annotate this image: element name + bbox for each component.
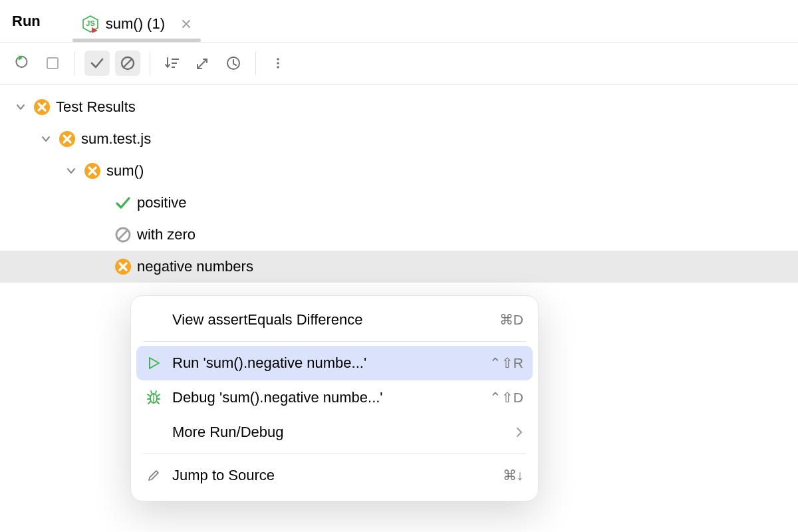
tree-test-label: negative numbers (137, 258, 253, 275)
tree-test-label: positive (137, 194, 187, 211)
chevron-down-icon[interactable] (40, 133, 52, 145)
tool-window-title: Run (12, 13, 41, 42)
submenu-chevron-icon (515, 427, 523, 438)
tree-test-failed[interactable]: negative numbers (0, 251, 798, 283)
menu-separator (143, 454, 526, 454)
rerun-button[interactable] (9, 51, 35, 76)
sort-button[interactable] (160, 51, 185, 76)
stop-button[interactable] (40, 51, 65, 76)
status-ignored-icon (114, 226, 132, 243)
menu-separator (143, 341, 526, 342)
status-passed-icon (114, 194, 132, 211)
show-passed-toggle[interactable] (84, 51, 110, 76)
toolbar-separator (255, 51, 256, 75)
status-failed-icon (114, 258, 132, 275)
test-toolbar (0, 43, 798, 84)
chevron-down-icon[interactable] (15, 101, 27, 113)
svg-text:JS: JS (86, 19, 94, 27)
import-results-button[interactable] (190, 51, 215, 76)
bug-icon (144, 390, 163, 405)
menu-item-label: View assertEquals Difference (172, 311, 490, 329)
tree-test-passed[interactable]: positive (0, 187, 798, 219)
play-icon (144, 356, 163, 370)
tree-suite-label: sum() (106, 162, 144, 180)
svg-rect-4 (47, 58, 58, 68)
svg-point-11 (277, 58, 279, 61)
context-menu: View assertEquals Difference ⌘D Run 'sum… (130, 295, 539, 501)
svg-point-12 (277, 62, 279, 65)
menu-more-run-debug[interactable]: More Run/Debug (136, 415, 533, 450)
tree-test-label: with zero (137, 226, 196, 243)
menu-item-shortcut: ⌘↓ (503, 467, 524, 483)
menu-item-label: Jump to Source (172, 467, 493, 484)
menu-item-shortcut: ⌃⇧R (489, 355, 523, 371)
menu-item-label: More Run/Debug (172, 424, 506, 441)
menu-view-difference[interactable]: View assertEquals Difference ⌘D (136, 303, 533, 337)
menu-jump-to-source[interactable]: Jump to Source ⌘↓ (136, 458, 533, 493)
svg-point-13 (277, 66, 279, 68)
menu-run[interactable]: Run 'sum().negative numbe...' ⌃⇧R (136, 346, 533, 380)
chevron-down-icon[interactable] (65, 165, 77, 177)
test-history-button[interactable] (221, 51, 246, 76)
svg-line-18 (118, 230, 128, 239)
menu-item-label: Run 'sum().negative numbe...' (172, 354, 480, 372)
tree-root[interactable]: Test Results (0, 91, 798, 123)
svg-line-6 (124, 59, 132, 67)
tree-suite[interactable]: sum() (0, 155, 798, 187)
tree-test-ignored[interactable]: with zero (0, 219, 798, 251)
svg-marker-20 (150, 358, 159, 368)
tree-file-label: sum.test.js (81, 130, 151, 148)
menu-item-shortcut: ⌃⇧D (489, 390, 523, 406)
test-results-tree: Test Results sum.test.js sum() positive (0, 84, 798, 283)
run-config-tab[interactable]: JS sum() (1) (76, 15, 197, 42)
tree-root-label: Test Results (56, 98, 136, 116)
close-icon[interactable] (181, 19, 192, 29)
run-config-tab-label: sum() (1) (106, 15, 165, 33)
toolbar-separator (74, 51, 75, 75)
menu-item-label: Debug 'sum().negative numbe...' (172, 389, 480, 406)
status-failed-icon (59, 130, 76, 148)
status-failed-icon (84, 162, 101, 180)
tree-file[interactable]: sum.test.js (0, 123, 798, 155)
show-ignored-toggle[interactable] (115, 51, 140, 76)
toolbar-separator (150, 51, 150, 75)
active-tab-underline (72, 39, 201, 42)
tab-row: Run JS sum() (1) (0, 0, 798, 43)
menu-debug[interactable]: Debug 'sum().negative numbe...' ⌃⇧D (136, 380, 533, 415)
pencil-icon (144, 469, 163, 482)
status-failed-icon (33, 98, 51, 116)
more-options-button[interactable] (265, 51, 291, 76)
node-test-icon: JS (82, 15, 99, 33)
menu-item-shortcut: ⌘D (499, 312, 523, 328)
